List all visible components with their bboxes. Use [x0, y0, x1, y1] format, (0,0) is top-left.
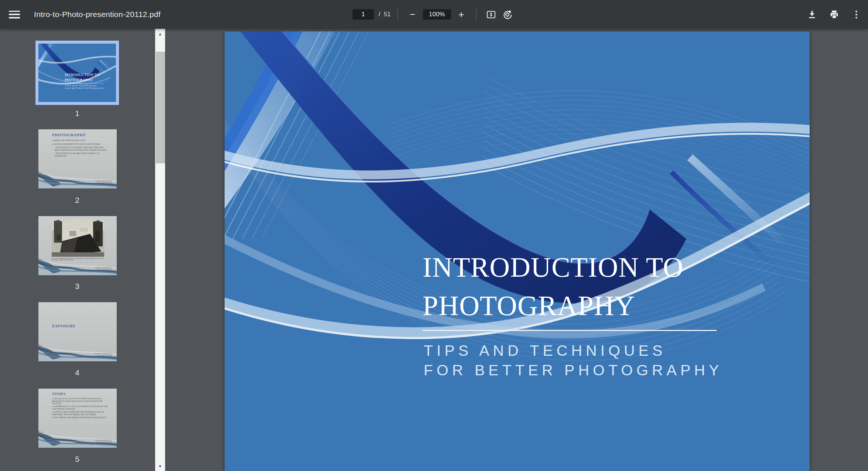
mini-subtitle: TIPS AND TECHNIQUES FOR BETTER PHOTOGRAP…	[65, 85, 104, 90]
menu-button[interactable]	[0, 0, 29, 29]
page-number-input[interactable]: 1	[352, 9, 374, 20]
slide-bullets: THE AMOUNT OF LIGHT THAT STRIKES THE FIL…	[52, 398, 108, 420]
scroll-down-button[interactable]: ▼	[155, 461, 165, 471]
slide-footer: TIPS AND TECHNIQUES FOR BETTER PHOTOGRAP…	[92, 353, 112, 356]
document-title: Intro-to-Photo-presention-20112.pdf	[34, 10, 161, 19]
pdf-viewer-window: Intro-to-Photo-presention-20112.pdf 1 / …	[0, 0, 868, 471]
slide-heading: EXPOSURE	[52, 324, 75, 328]
thumbnail-number: 1	[35, 109, 119, 118]
page-total: 51	[384, 11, 391, 18]
sidebar-scrollbar[interactable]: ▲ ▼	[155, 29, 165, 471]
more-options-button[interactable]	[848, 6, 864, 23]
mini-title: INTRODUCTION TO PHOTOGRAPHY	[65, 72, 99, 83]
thumbnail-page-5[interactable]: STOPS THE AMOUNT OF LIGHT THAT STRIKES T…	[38, 389, 117, 448]
minus-icon: −	[410, 10, 415, 19]
toolbar-right	[804, 0, 864, 29]
thumbnail-number: 2	[35, 196, 119, 205]
slide-footer: TIPS AND TECHNIQUES FOR BETTER PHOTOGRAP…	[92, 180, 112, 184]
wave-art	[38, 341, 117, 361]
wave-art	[38, 427, 117, 448]
thumbnail-page-1[interactable]: INTRODUCTION TO PHOTOGRAPHY TIPS AND TEC…	[35, 41, 119, 105]
fit-to-page-button[interactable]	[483, 6, 499, 23]
toolbar: Intro-to-Photo-presention-20112.pdf 1 / …	[0, 0, 868, 29]
download-button[interactable]	[804, 6, 820, 23]
slide-title-line1: INTRODUCTION TO	[423, 248, 684, 286]
slide-title: INTRODUCTION TO PHOTOGRAPHY	[423, 248, 684, 325]
toolbar-left: Intro-to-Photo-presention-20112.pdf	[0, 0, 161, 29]
zoom-out-button[interactable]: −	[404, 6, 421, 23]
slide-bullets: GREEK FOR "PAINTING WITH LIGHT" CAN BE C…	[52, 139, 108, 158]
slide-title-line2: PHOTOGRAPHY	[423, 286, 684, 325]
photo-caption: FIRST PHOTOGRAPH EVER TAKEN BY JOSEPH NI…	[52, 258, 104, 261]
kebab-menu-icon	[851, 10, 861, 20]
slide-heading: PHOTOGRAPHY	[52, 133, 86, 137]
slide-subtitle: TIPS AND TECHNIQUES FOR BETTER PHOTOGRAP…	[424, 341, 722, 380]
thumbnail-page-4[interactable]: EXPOSURE TIPS AND TECHNIQUES FOR BETTER …	[38, 302, 117, 361]
document-viewer: INTRODUCTION TO PHOTOGRAPHY TIPS AND TEC…	[165, 29, 868, 471]
thumbnail-number: 3	[35, 282, 119, 291]
slide-footer: TIPS AND TECHNIQUES FOR BETTER PHOTOGRAP…	[92, 267, 112, 270]
slide-subtitle-line2: FOR BETTER PHOTOGRAPHY	[424, 361, 722, 380]
scroll-up-button[interactable]: ▲	[155, 29, 165, 39]
scrollbar-thumb[interactable]	[156, 52, 165, 163]
print-icon	[829, 10, 839, 20]
thumbnail-page-2[interactable]: PHOTOGRAPHY GREEK FOR "PAINTING WITH LIG…	[38, 129, 117, 188]
slide-footer: TIPS AND TECHNIQUES FOR BETTER PHOTOGRAP…	[92, 440, 112, 443]
zoom-level[interactable]: 100%	[423, 9, 451, 20]
hamburger-icon	[9, 11, 20, 18]
thumbnail-number: 5	[35, 455, 119, 464]
thumbnail-sidebar: INTRODUCTION TO PHOTOGRAPHY TIPS AND TEC…	[0, 29, 155, 471]
fit-page-icon	[486, 10, 496, 20]
thumbnail-page-3[interactable]: FIRST PHOTOGRAPH EVER TAKEN BY JOSEPH NI…	[38, 216, 117, 275]
plus-icon: +	[458, 10, 464, 19]
rotate-ccw-icon	[502, 10, 512, 20]
rotate-button[interactable]	[499, 6, 516, 23]
wave-art	[38, 168, 117, 188]
pdf-page-1[interactable]: INTRODUCTION TO PHOTOGRAPHY TIPS AND TEC…	[225, 31, 810, 471]
zoom-in-button[interactable]: +	[453, 6, 469, 23]
page-separator: /	[379, 11, 380, 18]
download-icon	[807, 10, 817, 20]
historic-photo	[52, 220, 104, 257]
toolbar-divider	[476, 8, 476, 21]
slide-heading: STOPS	[52, 392, 66, 396]
toolbar-divider	[397, 8, 398, 21]
title-divider	[423, 330, 717, 331]
toolbar-center: 1 / 51 − 100% +	[352, 0, 516, 29]
thumbnail-number: 4	[35, 368, 119, 377]
print-button[interactable]	[826, 6, 842, 23]
thumbnail-1-preview: INTRODUCTION TO PHOTOGRAPHY TIPS AND TEC…	[38, 44, 116, 102]
slide-subtitle-line1: TIPS AND TECHNIQUES	[424, 341, 722, 361]
